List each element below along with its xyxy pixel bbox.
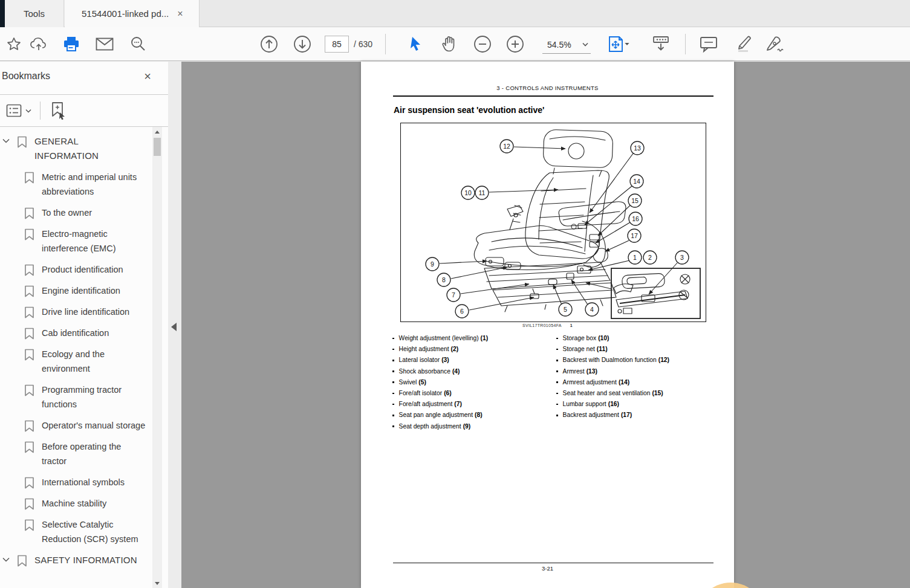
bookmark-icon — [24, 441, 34, 453]
bookmark-label: Drive line identification — [42, 305, 129, 319]
bookmark-item[interactable]: Operator's manual storage — [2, 418, 151, 433]
scroll-up-arrow[interactable] — [152, 127, 162, 137]
seat-drawing — [474, 129, 700, 318]
bookmark-item[interactable]: SAFETY INFORMATION — [2, 553, 151, 567]
fit-page-icon[interactable] — [608, 36, 632, 53]
bookmark-add-icon[interactable] — [49, 102, 67, 120]
bookmark-item[interactable]: Before operating the tractor — [2, 439, 151, 468]
print-icon[interactable] — [63, 36, 80, 52]
bookmark-label: Metric and imperial units abbreviations — [42, 170, 148, 199]
part-ref: (9) — [463, 423, 471, 430]
options-list-icon[interactable] — [6, 104, 31, 117]
header-rule — [393, 95, 713, 97]
page-up-icon[interactable] — [260, 35, 278, 53]
bookmark-label: Cab identification — [42, 326, 109, 340]
bullet — [556, 393, 558, 395]
cloud-upload-icon[interactable] — [30, 37, 48, 51]
callout-number: 16 — [632, 215, 639, 222]
page-number-footer: 3-21 — [361, 565, 734, 572]
bullet — [556, 360, 558, 361]
bullet — [392, 338, 394, 340]
tab-close-icon[interactable]: × — [177, 8, 183, 19]
bookmark-label: Machine stability — [42, 496, 106, 511]
part-label: Lateral isolator — [399, 357, 440, 363]
comment-icon[interactable] — [700, 36, 718, 53]
bookmarks-tree: GENERAL INFORMATIONMetric and imperial u… — [0, 127, 151, 588]
bookmark-label: Product identification — [42, 262, 123, 277]
chevron-down-icon — [25, 109, 31, 113]
bookmark-item[interactable]: Product identification — [2, 262, 151, 277]
part-ref: (17) — [621, 412, 632, 418]
part-ref: (3) — [441, 357, 449, 363]
highlight-icon[interactable] — [733, 35, 753, 53]
favorites-star-icon[interactable] — [6, 36, 22, 52]
part-label: Armrest — [563, 368, 585, 375]
bookmark-item[interactable]: Drive line identification — [2, 305, 151, 319]
callout-leader — [451, 267, 507, 279]
callout-leader — [461, 284, 529, 294]
bullet — [556, 349, 558, 351]
page-down-icon[interactable] — [293, 35, 311, 53]
panel-collapse-handle[interactable] — [171, 323, 177, 331]
bookmark-item[interactable]: Machine stability — [2, 496, 151, 511]
bookmarks-panel: Bookmarks × GENERAL INFORMATIONMetric an… — [0, 62, 168, 588]
bookmark-label: Electro-magnetic interference (EMC) — [42, 227, 148, 256]
bookmark-item[interactable]: GENERAL INFORMATION — [2, 134, 151, 163]
toolbar-separator — [685, 34, 686, 54]
find-icon[interactable] — [129, 36, 146, 53]
part-label: Backrest adjustment — [563, 412, 619, 418]
part-label: Seat pan angle adjustment — [399, 412, 473, 418]
callout-number: 3 — [680, 254, 684, 261]
bookmark-label: Engine identification — [42, 283, 120, 298]
bullet — [556, 381, 558, 383]
scrollbar-thumb[interactable] — [154, 138, 161, 156]
part-ref: (14) — [619, 379, 629, 386]
bookmark-item[interactable]: Engine identification — [2, 283, 151, 298]
tab-tools[interactable]: Tools — [5, 0, 64, 27]
parts-list-item: Seat depth adjustment(9) — [392, 423, 553, 430]
bookmark-item[interactable]: Cab identification — [2, 326, 151, 340]
bookmark-item[interactable]: Programming tractor functions — [2, 383, 151, 412]
fill-and-sign-icon[interactable] — [765, 35, 786, 53]
page-number-input[interactable] — [325, 36, 349, 53]
bookmark-item[interactable]: Metric and imperial units abbreviations — [2, 170, 151, 199]
bookmark-item[interactable]: Electro-magnetic interference (EMC) — [2, 227, 151, 256]
select-tool-icon[interactable] — [409, 36, 423, 53]
part-label: Lumbar support — [563, 401, 606, 407]
part-label: Height adjustment — [399, 346, 449, 352]
part-ref: (6) — [444, 390, 452, 396]
panel-collapse-strip — [168, 62, 181, 588]
tab-document-label: 51544001-linked pd... — [82, 8, 169, 19]
tab-document[interactable]: 51544001-linked pd... × — [65, 0, 200, 27]
part-ref: (12) — [658, 357, 669, 363]
bookmark-item[interactable]: Ecology and the environment — [2, 347, 151, 376]
part-ref: (4) — [452, 368, 460, 375]
section-title: Air suspension seat 'evolution active' — [394, 105, 544, 115]
part-ref: (2) — [451, 346, 459, 352]
callout-number: 10 — [464, 189, 472, 196]
bookmark-item[interactable]: International symbols — [2, 475, 151, 489]
zoom-out-icon[interactable] — [473, 35, 492, 53]
parts-list-item: Fore/aft adjustment(7) — [392, 401, 553, 407]
callout-number: 11 — [479, 189, 486, 196]
toolbar-separator — [385, 34, 386, 54]
bullet — [556, 415, 558, 416]
parts-list-item: Swivel(5) — [392, 379, 553, 386]
part-label: Swivel — [399, 379, 417, 386]
bookmarks-close-icon[interactable]: × — [140, 68, 155, 84]
bookmark-item[interactable]: To the owner — [2, 205, 151, 220]
zoom-in-icon[interactable] — [506, 35, 524, 53]
email-icon[interactable] — [96, 37, 114, 51]
bookmark-item[interactable]: Selective Catalytic Reduction (SCR) syst… — [2, 517, 151, 546]
zoom-level-dropdown[interactable]: 54.5% — [542, 36, 591, 54]
sidebar-scrollbar[interactable] — [152, 127, 162, 588]
hide-toolbar-icon[interactable] — [651, 36, 671, 53]
hand-tool-icon[interactable] — [441, 36, 457, 53]
bookmark-icon — [24, 207, 34, 219]
bookmark-icon — [24, 384, 34, 396]
watermark-logo-circle — [697, 583, 765, 588]
callout-number: 2 — [648, 254, 652, 261]
bookmark-icon — [24, 519, 34, 531]
bullet — [392, 360, 394, 361]
scroll-down-arrow[interactable] — [152, 578, 162, 588]
